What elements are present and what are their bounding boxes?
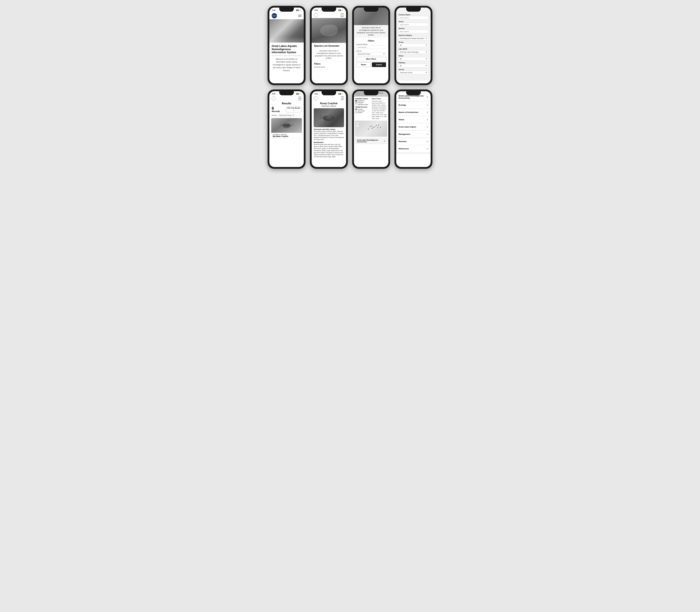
rusty-crayfish-scientific: Faxonius rusticus xyxy=(314,105,344,107)
accordion-item-remarks[interactable]: Remarks ∨ xyxy=(396,138,431,145)
phone-notch-7 xyxy=(364,91,378,95)
screen7-data: Population Status: Established Extirpate… xyxy=(354,97,388,121)
svg-line-21 xyxy=(330,121,331,123)
map-container[interactable]: + − xyxy=(355,121,387,137)
spatial-accurate: Accurate xyxy=(355,108,371,110)
submit-button[interactable]: Submit xyxy=(372,62,386,67)
accordion-chevron-impact: ∨ xyxy=(427,125,428,128)
title-box-1: Great Lakes Aquatic Nonindigenous Inform… xyxy=(269,43,304,56)
population-panel: Population Status: Established Extirpate… xyxy=(355,98,371,120)
back-button-6[interactable]: ← xyxy=(314,96,318,100)
filter-select-group[interactable]: All xyxy=(399,43,428,47)
rusty-crayfish-image xyxy=(314,108,344,127)
occurrences-bar[interactable]: Great Lakes Nonindigenous Occurrences ∨ xyxy=(355,138,387,144)
filter-select-status[interactable]: All xyxy=(399,57,428,60)
accordion-item-means[interactable]: Means of Introduction ∨ xyxy=(396,109,431,116)
phone-notch-8 xyxy=(406,91,421,95)
sortby-row: Sort by: Taxonomic Group xyxy=(269,114,304,118)
pop-collected: Collected or Other xyxy=(355,104,371,105)
map-dots xyxy=(355,121,387,137)
common-name-input-3[interactable] xyxy=(356,45,386,49)
phone-5: 9:41 ▐▐▐ 🔋 ← Results xyxy=(268,89,306,169)
spatial-accuracy-title: Spatial Accuracy: xyxy=(355,106,371,108)
accurate-label: Accurate xyxy=(357,108,363,110)
hero-image-1 xyxy=(269,19,304,43)
filter-label-common: Common Name xyxy=(399,14,428,16)
status-icons-6: ▐▐▐ 🔋 xyxy=(338,93,343,95)
phone-notch-2 xyxy=(322,8,336,12)
accordion-header-management[interactable]: Management ∨ xyxy=(396,131,431,138)
accordion-header-means[interactable]: Means of Introduction ∨ xyxy=(396,109,431,116)
map-dot-10 xyxy=(380,127,381,127)
accordion-label-status: Status xyxy=(399,119,404,121)
filter-select-category[interactable]: Nonindigenous+Range Expanders xyxy=(399,37,428,40)
hamburger-2[interactable] xyxy=(340,14,344,17)
filter-input-genus[interactable] xyxy=(399,23,428,26)
accordion-header-ecology[interactable]: Ecology ∨ xyxy=(396,101,431,108)
battery-icon-2: 🔋 xyxy=(341,10,343,11)
accordion-header-references[interactable]: References ∨ xyxy=(396,145,431,152)
common-name-label-2: Common Name xyxy=(314,66,344,68)
phone-3: Generate custom lists of nonindigenous s… xyxy=(352,6,390,85)
hamburger-5[interactable] xyxy=(298,97,301,100)
svg-line-22 xyxy=(332,121,333,122)
synonyms-section: Synonyms and other names: Orconectes rus… xyxy=(314,128,344,141)
sort-by-select-3[interactable]: Taxonomic Group xyxy=(356,52,386,56)
filter-label-category: Species Category xyxy=(399,34,428,36)
filters-section-2: Filters Common Name xyxy=(314,61,344,68)
species-common-name: Big Water Crayfish xyxy=(273,135,300,137)
pop-extirpated: Extirpated xyxy=(355,102,371,103)
accordion-item-status[interactable]: Status ∨ xyxy=(396,116,431,123)
accordion-header-status[interactable]: Status ∨ xyxy=(396,116,431,123)
centroid-dot xyxy=(355,112,357,113)
battery-icon-6: 🔋 xyxy=(341,93,343,95)
csv-button[interactable]: CSV of the Results ↓ xyxy=(286,106,301,112)
accordion-label-ecology: Ecology xyxy=(399,104,406,106)
hamburger-6[interactable] xyxy=(341,97,344,100)
filter-actions-3: Reset Submit xyxy=(356,62,386,67)
ham-6a xyxy=(341,97,344,97)
map-inner: + − xyxy=(355,121,387,137)
screen6-content: Rusty Crayfish Faxonius rusticus xyxy=(312,101,346,161)
accordion-item-impact[interactable]: Great Lakes Impact ∨ xyxy=(396,123,431,130)
spatial-centroid: Centroid xyxy=(355,112,371,113)
accordion-item-ecology[interactable]: Ecology ∨ xyxy=(396,101,431,109)
filter-select-pathway[interactable]: All xyxy=(399,64,428,68)
hamburger-menu[interactable] xyxy=(298,15,301,17)
filter-label-group: Group xyxy=(399,41,428,43)
more-filters-button[interactable]: More Filters xyxy=(356,57,386,61)
filter-row-lake: Lake (HUC) All Great Lakes Drainages xyxy=(399,48,428,54)
accordion-label-occurrences: Great Lakes Nonindigenous Occurrences xyxy=(399,95,427,99)
map-dot-6 xyxy=(376,125,377,126)
filter-select-lake[interactable]: All Great Lakes Drainages xyxy=(399,50,428,54)
accordion-label-impact: Great Lakes Impact xyxy=(399,126,416,128)
filter-row-status: Status All xyxy=(399,55,428,60)
filter-input-common[interactable] xyxy=(399,16,428,19)
phone-7: tending to be larger than females. Reach… xyxy=(352,89,390,169)
accordion-header-impact[interactable]: Great Lakes Impact ∨ xyxy=(396,123,431,130)
accordion-item-management[interactable]: Management ∨ xyxy=(396,131,431,138)
accordion-item-references[interactable]: References ∨ xyxy=(396,145,431,152)
filter-row-group: Group All xyxy=(399,41,428,47)
native-range-text: Ohio River basin, spanning tributaries i… xyxy=(372,100,387,120)
records-label: Records xyxy=(272,110,280,112)
signal-icon-6: ▐▐▐ xyxy=(338,93,341,95)
sort-by-label-3: Sort by xyxy=(356,50,386,52)
screen3-description: Generate custom lists of nonindigenous s… xyxy=(354,25,388,38)
status-time-1: 9:41 xyxy=(272,9,275,11)
accordion-label-management: Management xyxy=(399,133,410,135)
results-page-title: Results xyxy=(269,102,304,105)
status-time-2: 9:41 xyxy=(314,9,318,11)
svg-line-4 xyxy=(291,124,293,125)
accordion-header-remarks[interactable]: Remarks ∨ xyxy=(396,138,431,145)
pop-established: Established xyxy=(355,100,371,101)
back-button-2[interactable]: ← xyxy=(314,13,318,17)
filter-input-species[interactable] xyxy=(399,30,428,33)
species-card-1[interactable]: Cambarus robustus Big Water Crayfish xyxy=(271,118,302,139)
reset-button[interactable]: Reset xyxy=(356,62,371,67)
collected-box xyxy=(355,104,357,105)
filter-select-sortby[interactable]: Taxonomic Group xyxy=(399,71,428,74)
back-button-5[interactable]: ← xyxy=(272,96,276,100)
sortby-select[interactable]: Taxonomic Group xyxy=(278,114,295,117)
accordion-chevron-management: ∨ xyxy=(427,133,428,136)
